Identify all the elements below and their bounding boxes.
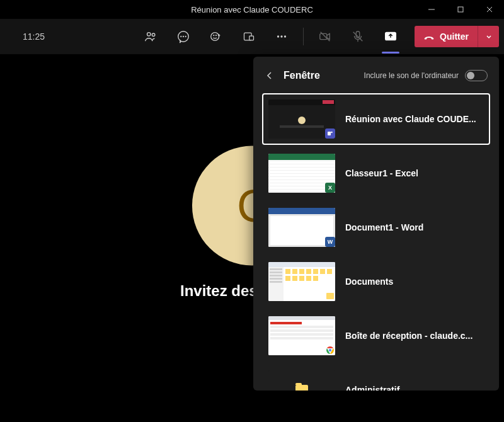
minimize-button[interactable] bbox=[417, 0, 446, 19]
folder-icon bbox=[295, 385, 308, 391]
svg-rect-14 bbox=[249, 36, 254, 40]
share-button[interactable] bbox=[375, 21, 406, 52]
leave-group: Quitter bbox=[415, 26, 499, 47]
folder-icon bbox=[325, 291, 335, 301]
share-panel: Fenêtre Inclure le son de l'ordinateur R… bbox=[253, 57, 499, 391]
rooms-button[interactable] bbox=[234, 21, 264, 52]
svg-point-5 bbox=[152, 33, 155, 37]
window-item-label: Administratif bbox=[345, 385, 399, 391]
svg-point-17 bbox=[284, 35, 286, 37]
chat-button[interactable] bbox=[168, 21, 198, 52]
meeting-toolbar: 11:25 Quitter bbox=[0, 19, 504, 54]
window-thumbnail bbox=[268, 262, 335, 301]
share-panel-header: Fenêtre Inclure le son de l'ordinateur bbox=[253, 57, 499, 93]
leave-label: Quitter bbox=[440, 31, 469, 42]
window-item[interactable]: Réunion avec Claude COUDE... bbox=[262, 93, 490, 145]
chevron-left-icon bbox=[265, 71, 275, 81]
maximize-button[interactable] bbox=[446, 0, 475, 19]
svg-point-11 bbox=[214, 35, 214, 36]
svg-point-7 bbox=[181, 37, 181, 37]
svg-point-4 bbox=[147, 33, 151, 37]
back-button[interactable] bbox=[262, 68, 277, 83]
window-item-label: Documents bbox=[345, 277, 393, 287]
chevron-down-icon bbox=[485, 33, 493, 40]
svg-point-16 bbox=[280, 35, 282, 37]
window-thumbnail bbox=[268, 100, 335, 139]
titlebar: Réunion avec Claude COUDERC bbox=[0, 0, 504, 19]
svg-point-10 bbox=[211, 33, 219, 41]
window-item[interactable]: X Classeur1 - Excel bbox=[262, 147, 490, 199]
svg-rect-1 bbox=[458, 7, 463, 12]
svg-rect-23 bbox=[328, 132, 331, 135]
leave-caret-button[interactable] bbox=[478, 26, 499, 47]
include-audio-label: Inclure le son de l'ordinateur bbox=[364, 71, 459, 80]
toolbar-separator bbox=[303, 28, 304, 45]
reactions-button[interactable] bbox=[201, 21, 231, 52]
svg-point-9 bbox=[185, 37, 186, 37]
window-controls bbox=[417, 0, 504, 19]
window-thumbnail: W bbox=[268, 208, 335, 247]
svg-point-12 bbox=[216, 35, 217, 36]
chrome-icon bbox=[325, 345, 335, 355]
teams-icon bbox=[327, 130, 333, 137]
window-item-label: Classeur1 - Excel bbox=[345, 168, 418, 178]
call-timer: 11:25 bbox=[5, 31, 62, 42]
microphone-button[interactable] bbox=[343, 21, 373, 52]
meeting-stage: CC Invitez des contacts Fenêtre Inclure … bbox=[0, 54, 504, 422]
window-item[interactable]: Documents bbox=[262, 256, 490, 307]
window-list[interactable]: Réunion avec Claude COUDE... X Classeur1… bbox=[253, 93, 499, 391]
leave-button[interactable]: Quitter bbox=[415, 26, 478, 47]
window-title: Réunion avec Claude COUDERC bbox=[191, 5, 313, 14]
svg-point-24 bbox=[331, 132, 333, 134]
window-item-label: Réunion avec Claude COUDE... bbox=[345, 114, 476, 124]
close-button[interactable] bbox=[475, 0, 504, 19]
window-item[interactable]: Boîte de réception - claude.c... bbox=[262, 310, 490, 362]
window-thumbnail bbox=[268, 316, 335, 355]
svg-point-8 bbox=[183, 37, 184, 37]
window-thumbnail bbox=[268, 370, 335, 391]
include-audio-toggle[interactable] bbox=[465, 70, 488, 81]
window-item[interactable]: W Document1 - Word bbox=[262, 202, 490, 253]
svg-point-15 bbox=[277, 35, 279, 37]
window-item[interactable]: Administratif bbox=[262, 364, 490, 391]
hangup-icon bbox=[423, 31, 435, 42]
camera-button[interactable] bbox=[310, 21, 340, 52]
window-thumbnail: X bbox=[268, 154, 335, 193]
more-actions-button[interactable] bbox=[266, 21, 297, 52]
window-item-label: Document1 - Word bbox=[345, 222, 423, 232]
share-panel-title: Fenêtre bbox=[284, 70, 320, 81]
window-item-label: Boîte de réception - claude.c... bbox=[345, 331, 472, 341]
include-audio-row: Inclure le son de l'ordinateur bbox=[364, 70, 488, 81]
people-button[interactable] bbox=[135, 21, 166, 52]
